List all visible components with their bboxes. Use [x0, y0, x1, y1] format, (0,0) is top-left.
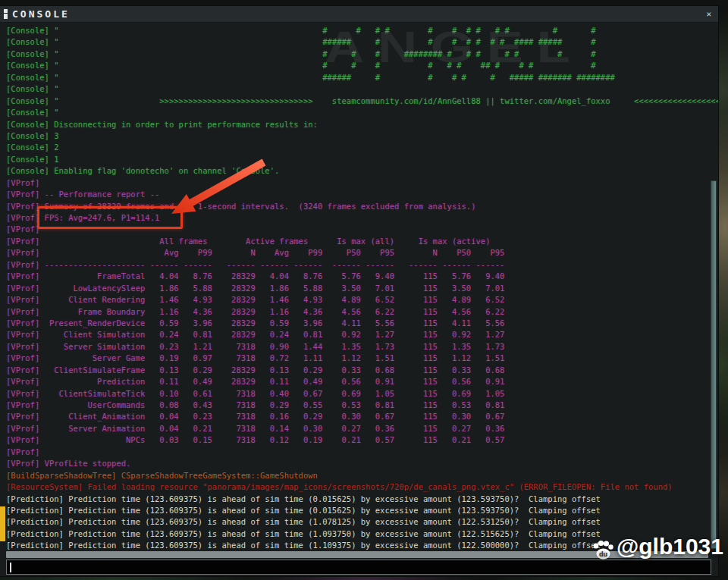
input-caret: [10, 563, 11, 572]
console-line: [Console] Enabling flag 'donotecho' on c…: [6, 165, 718, 177]
console-window: CONSOLE ✕ ANGEL [Console] " # # # # # # …: [0, 6, 718, 576]
console-line: [Console] ": [6, 107, 718, 118]
console-line: [VProf] Client Simulation 0.24 0.81 2832…: [6, 329, 718, 340]
console-line: [Console] 2: [6, 142, 718, 153]
console-line: [VProf] -- Performance report --: [6, 189, 718, 200]
console-line: [VProf]: [6, 177, 718, 189]
console-title: CONSOLE: [12, 8, 70, 20]
console-line: [VProf] UserCommands 0.08 0.43 7318 0.29…: [6, 400, 718, 411]
close-icon[interactable]: ✕: [706, 10, 711, 18]
console-line: [VProf] Frame Boundary 1.16 4.36 28329 1…: [6, 306, 718, 318]
console-line: [Console] " # # # # # # ## # # # #: [6, 60, 718, 71]
console-line: [BuildSparseShadowTree] CSparseShadowTre…: [6, 470, 718, 481]
console-line: [Console] Disconnecting in order to prin…: [6, 119, 718, 130]
console-line: [Console] " >>>>>>>>>>>>>>>>>>>>>>>>>>>>…: [6, 96, 718, 107]
console-line: [VProf] Present_RenderDevice 0.59 3.96 2…: [6, 318, 718, 329]
console-line: [Prediction] Prediction time (123.609375…: [6, 505, 718, 516]
console-line: [Console] 1: [6, 154, 718, 165]
console-line: [VProf] Client Rendering 1.46 4.93 28329…: [6, 294, 718, 306]
arrow-annotation: [152, 150, 281, 226]
console-line: [VProf] All frames Active frames Is max …: [6, 236, 718, 247]
console-line: [VProf] Server Game 0.19 0.97 7318 0.72 …: [6, 353, 718, 364]
watermark: du @glb1031: [591, 531, 723, 563]
console-line: [VProf] NPCs 0.03 0.15 7318 0.12 0.19 0.…: [6, 434, 718, 446]
svg-text:du: du: [599, 550, 607, 558]
console-line: [Console] ": [6, 83, 718, 95]
console-line: [Console] " ###### # # # # # ##### #####…: [6, 72, 718, 83]
console-line: [VProf]: [6, 447, 718, 458]
console-line: [VProf] Server Animation 0.04 0.21 7318 …: [6, 423, 718, 434]
console-icon: [4, 9, 8, 19]
console-line: [Console] 3: [6, 130, 718, 142]
left-edge-marker: [0, 506, 5, 541]
console-line: [Prediction] Prediction time (123.609375…: [6, 494, 718, 505]
console-line: [Prediction] Prediction time (123.609375…: [6, 516, 718, 528]
console-line: [ResourceSystem] Failed loading resource…: [6, 481, 718, 493]
console-line: [VProf] ClientSimulateFrame 0.13 0.29 28…: [6, 365, 718, 376]
watermark-handle: @glb1031: [617, 534, 723, 560]
console-line: [VProf] Server Simulation 0.23 1.21 7318…: [6, 341, 718, 353]
console-output[interactable]: ANGEL [Console] " # # # # # # # # # # # …: [0, 23, 718, 558]
console-line: [VProf] Prediction 0.11 0.49 28329 0.11 …: [6, 376, 718, 387]
console-line: [VProf] VProfLite stopped.: [6, 458, 718, 469]
console-line: [Console] " # # # # # # # # # # # #: [6, 25, 718, 36]
console-line: [Console] " ###### # # # # # # # #### ##…: [6, 36, 718, 48]
paw-icon: du: [591, 538, 615, 563]
console-line: [VProf] ClientSimulateTick 0.10 0.61 731…: [6, 388, 718, 400]
console-line: [Console] " # # # ######## # # # # # # #: [6, 49, 718, 60]
console-line: [VProf] LowLatencySleep 1.86 5.88 28329 …: [6, 283, 718, 294]
console-line: [VProf] Avg P99 N Avg P99 P50 P95 N P50 …: [6, 247, 718, 259]
console-line: [VProf] --------------------- ------ ---…: [6, 259, 718, 271]
console-titlebar: CONSOLE ✕: [0, 6, 718, 23]
console-line: [VProf] Client_Animation 0.04 0.23 7318 …: [6, 411, 718, 422]
console-line: [VProf] FrameTotal 4.04 8.76 28329 4.04 …: [6, 271, 718, 282]
